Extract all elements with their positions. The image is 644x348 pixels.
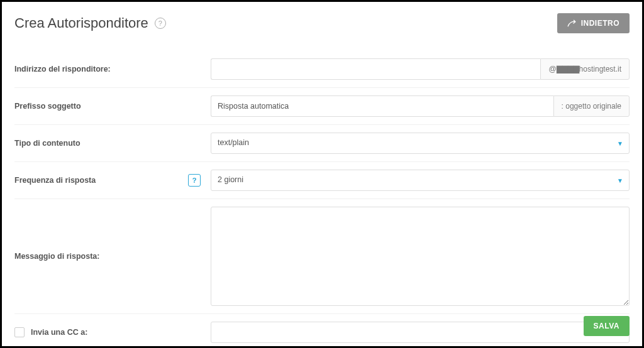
subject-prefix-input[interactable] xyxy=(211,95,553,117)
response-frequency-value: 2 giorni xyxy=(211,170,630,191)
label-send-cc: Invia una CC a: xyxy=(31,328,87,337)
responder-address-input[interactable] xyxy=(211,58,540,80)
responder-address-domain: @▇▇▇▇hostingtest.it xyxy=(540,58,630,80)
content-type-select[interactable]: text/plain ▼ xyxy=(211,133,630,154)
help-icon[interactable]: ? xyxy=(155,18,166,29)
save-button-label: SALVA xyxy=(594,322,619,330)
row-content-type: Tipo di contenuto text/plain ▼ xyxy=(14,125,630,162)
response-message-textarea[interactable] xyxy=(211,207,630,306)
back-button[interactable]: INDIETRO xyxy=(557,13,630,33)
panel-header: Crea Autorisponditore ? INDIETRO xyxy=(14,13,630,33)
frequency-help-icon[interactable]: ? xyxy=(188,174,201,187)
response-frequency-select[interactable]: 2 giorni ▼ xyxy=(211,170,630,191)
label-response-message: Messaggio di risposta: xyxy=(14,252,99,261)
row-responder-address: Indirizzo del risponditore: @▇▇▇▇hosting… xyxy=(14,51,630,88)
save-button[interactable]: SALVA xyxy=(584,316,630,336)
label-responder-address: Indirizzo del risponditore: xyxy=(14,65,111,73)
subject-prefix-suffix: : oggetto originale xyxy=(553,95,630,117)
send-cc-input[interactable] xyxy=(211,322,630,343)
label-subject-prefix: Prefisso soggetto xyxy=(14,102,81,111)
send-cc-checkbox[interactable] xyxy=(14,327,25,337)
row-response-message: Messaggio di risposta: xyxy=(14,199,630,314)
back-arrow-icon xyxy=(567,19,576,27)
row-subject-prefix: Prefisso soggetto : oggetto originale xyxy=(14,88,630,125)
row-response-frequency: Frequenza di risposta ? 2 giorni ▼ xyxy=(14,162,630,199)
panel-footer: SALVA xyxy=(584,316,630,336)
row-send-cc: Invia una CC a: xyxy=(14,314,630,348)
page-title: Crea Autorisponditore xyxy=(14,15,148,31)
title-group: Crea Autorisponditore ? xyxy=(14,15,166,31)
label-response-frequency: Frequenza di risposta xyxy=(14,176,96,185)
autoresponder-create-panel: Crea Autorisponditore ? INDIETRO Indiriz… xyxy=(0,0,644,348)
back-button-label: INDIETRO xyxy=(581,19,619,28)
label-content-type: Tipo di contenuto xyxy=(14,139,80,148)
content-type-value: text/plain xyxy=(211,133,630,154)
